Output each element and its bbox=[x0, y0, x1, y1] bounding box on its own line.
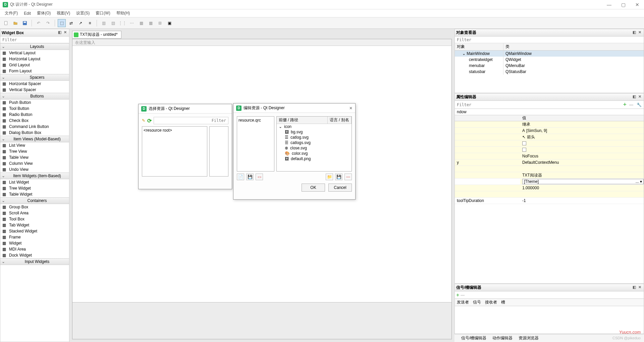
widget-item[interactable]: ▦Table Widget bbox=[0, 191, 69, 197]
property-row[interactable]: ↖ 箭头 bbox=[455, 134, 644, 140]
close-panel-icon[interactable]: ✕ bbox=[637, 94, 642, 100]
property-row[interactable]: yDefaultContextMenu bbox=[455, 159, 644, 166]
widget-item[interactable]: ▦Grid Layout bbox=[0, 62, 69, 68]
signal-header[interactable]: 槽 bbox=[499, 299, 507, 305]
minimize-button[interactable]: — bbox=[605, 2, 613, 7]
float-icon[interactable]: ◧ bbox=[632, 285, 637, 290]
property-row[interactable]: 继承 bbox=[455, 121, 644, 128]
widget-item[interactable]: ▦Group Box bbox=[0, 204, 69, 210]
property-row[interactable]: TXT阅读器 bbox=[455, 172, 644, 179]
object-row[interactable]: statusbarQStatusBar bbox=[455, 69, 644, 75]
widget-item[interactable]: ▦Column View bbox=[0, 160, 69, 166]
edit-signals-icon[interactable]: ⇄ bbox=[67, 19, 75, 27]
obj-header-name[interactable]: 对象 bbox=[455, 43, 503, 50]
remove-qrc-icon[interactable]: ▭ bbox=[256, 174, 263, 180]
float-icon[interactable]: ◧ bbox=[632, 94, 637, 100]
widget-item[interactable]: ▦Horizontal Layout bbox=[0, 56, 69, 62]
widget-item[interactable]: ▦Tab Widget bbox=[0, 222, 69, 228]
add-property-icon[interactable]: + bbox=[622, 101, 628, 108]
widget-item[interactable]: ▦Widget bbox=[0, 240, 69, 246]
menu-item[interactable]: 窗体(O) bbox=[34, 10, 53, 17]
checkbox[interactable] bbox=[522, 148, 526, 152]
col-lang-alias[interactable]: 语言 / 别名 bbox=[328, 117, 352, 124]
resource-file-tree[interactable]: 前缀 / 路径 语言 / 别名 ⌄ icon 🖼bg.svg☰catlog.sv… bbox=[276, 116, 352, 172]
widget-item[interactable]: ▦Command Link Button bbox=[0, 124, 69, 130]
widget-category[interactable]: ⌄Input Widgets bbox=[0, 258, 69, 265]
col-prefix-path[interactable]: 前缀 / 路径 bbox=[277, 117, 328, 124]
close-button[interactable]: ✕ bbox=[633, 2, 641, 7]
widget-item[interactable]: ▦Table View bbox=[0, 154, 69, 160]
open-qrc-icon[interactable]: 💾 bbox=[246, 174, 254, 180]
widget-item[interactable]: ▦Push Button bbox=[0, 99, 69, 106]
widget-category[interactable]: ⌄Spacers bbox=[0, 74, 69, 81]
object-row[interactable]: menubarQMenuBar bbox=[455, 63, 644, 69]
widget-item[interactable]: ▦Form Layout bbox=[0, 68, 69, 74]
maximize-button[interactable]: ▢ bbox=[619, 2, 627, 7]
widget-item[interactable]: ▦Dialog Button Box bbox=[0, 130, 69, 136]
property-row[interactable]: NoFocus bbox=[455, 153, 644, 159]
widget-item[interactable]: ▦Tool Button bbox=[0, 106, 69, 112]
widget-category[interactable]: ⌄Layouts bbox=[0, 43, 69, 50]
edit-icon[interactable]: ✎ bbox=[142, 118, 145, 123]
resource-folder[interactable]: ⌄ icon bbox=[277, 124, 352, 129]
widget-item[interactable]: ▦Frame bbox=[0, 234, 69, 240]
widget-box-filter[interactable] bbox=[0, 37, 69, 43]
edit-widgets-icon[interactable]: ⬚ bbox=[58, 19, 66, 27]
edit-buddies-icon[interactable]: ↗ bbox=[76, 19, 85, 27]
widget-item[interactable]: ▦Check Box bbox=[0, 118, 69, 124]
property-filter[interactable] bbox=[455, 101, 622, 109]
object-row[interactable]: ⌄ MainWindowQMainWindow bbox=[455, 51, 644, 57]
remove-property-icon[interactable]: — bbox=[628, 102, 635, 107]
reload-icon[interactable]: ⟳ bbox=[147, 118, 152, 124]
signal-header[interactable]: 信号 bbox=[471, 299, 483, 305]
break-layout-icon[interactable]: ⊞ bbox=[156, 19, 164, 27]
add-signal-icon[interactable]: + bbox=[456, 292, 459, 298]
resource-root-item[interactable]: <resource root> bbox=[144, 128, 206, 133]
property-row[interactable]: A [SimSun, 9] bbox=[455, 128, 644, 134]
close-panel-icon[interactable]: ✕ bbox=[62, 30, 68, 36]
resource-file-item[interactable]: 🖼default.png bbox=[277, 156, 352, 161]
widget-category[interactable]: ⌄Buttons bbox=[0, 93, 69, 99]
widget-item[interactable]: ▦Dock Widget bbox=[0, 252, 69, 258]
adjust-size-icon[interactable]: ▣ bbox=[165, 19, 173, 27]
menu-item[interactable]: 窗口(W) bbox=[93, 10, 113, 17]
checkbox[interactable] bbox=[522, 141, 526, 145]
qrc-file-item[interactable]: resource.qrc bbox=[238, 118, 273, 123]
menu-item[interactable]: 设置(S) bbox=[73, 10, 92, 17]
add-files-icon[interactable]: 💾 bbox=[335, 174, 342, 180]
menu-item[interactable]: Edit bbox=[21, 10, 34, 16]
menu-item[interactable]: 视图(V) bbox=[54, 10, 73, 17]
layout-form-icon[interactable]: ▦ bbox=[147, 19, 155, 27]
object-selector[interactable]: ndow bbox=[455, 109, 644, 115]
widget-item[interactable]: ▦MDI Area bbox=[0, 246, 69, 252]
ok-button[interactable]: OK bbox=[302, 184, 325, 192]
close-panel-icon[interactable]: ✕ bbox=[637, 285, 642, 290]
signal-header[interactable]: 发送者 bbox=[455, 299, 471, 305]
widget-item[interactable]: ▦Scroll Area bbox=[0, 210, 69, 216]
property-row[interactable]: 1.000000 bbox=[455, 185, 644, 191]
resource-tree[interactable]: <resource root> bbox=[142, 126, 207, 177]
object-row[interactable]: centralwidgetQWidget bbox=[455, 57, 644, 63]
property-row[interactable] bbox=[455, 140, 644, 147]
widget-item[interactable]: ▦Stacked Widget bbox=[0, 228, 69, 234]
config-icon[interactable]: 🔧 bbox=[635, 102, 644, 107]
add-prefix-icon[interactable]: 📁 bbox=[326, 174, 333, 180]
cancel-button[interactable]: Cancel bbox=[328, 184, 352, 192]
widget-item[interactable]: ▦Vertical Layout bbox=[0, 50, 69, 56]
open-file-icon[interactable] bbox=[11, 19, 19, 27]
widget-category[interactable]: ⌄Containers bbox=[0, 197, 69, 204]
resource-file-item[interactable]: ☰catlogs.svg bbox=[277, 140, 352, 145]
widget-item[interactable]: ▦Undo View bbox=[0, 166, 69, 173]
property-row[interactable] bbox=[455, 166, 644, 172]
layout-grid-icon[interactable]: ▦ bbox=[137, 19, 145, 27]
bottom-tab[interactable]: 信号/槽编辑器 bbox=[461, 335, 486, 341]
redo-icon[interactable]: ↷ bbox=[44, 19, 52, 27]
qrc-file-list[interactable]: resource.qrc bbox=[237, 116, 274, 172]
save-icon[interactable] bbox=[21, 19, 29, 27]
new-file-icon[interactable] bbox=[2, 19, 10, 27]
float-icon[interactable]: ◧ bbox=[632, 30, 637, 36]
widget-category[interactable]: ⌄Item Widgets (Item-Based) bbox=[0, 173, 69, 179]
resource-preview[interactable] bbox=[209, 126, 228, 177]
close-panel-icon[interactable]: ✕ bbox=[637, 30, 642, 36]
remove-signal-icon[interactable]: — bbox=[461, 293, 465, 297]
